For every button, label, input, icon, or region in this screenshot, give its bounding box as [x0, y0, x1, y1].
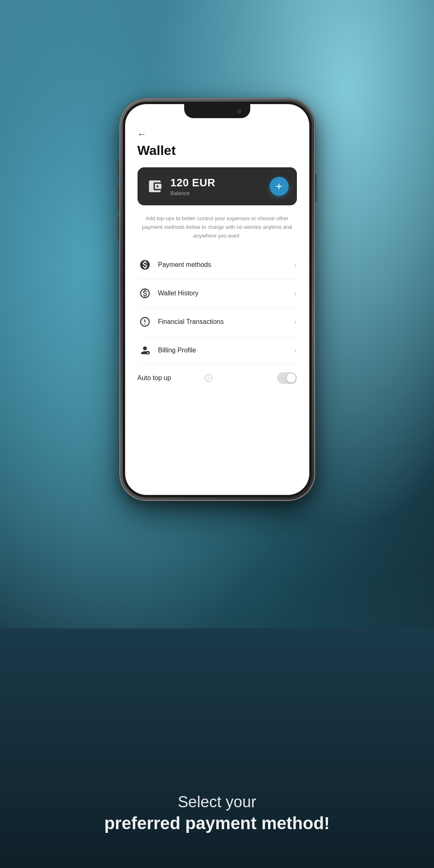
toggle-knob — [287, 373, 296, 383]
svg-text:$: $ — [147, 352, 149, 355]
phone-device: ← Wallet 120 EUR Balance — [120, 99, 314, 500]
payment-methods-label: Payment methods — [158, 261, 294, 269]
add-funds-button[interactable]: + — [270, 177, 289, 196]
menu-list: Payment methods › Wallet History › — [138, 251, 297, 365]
wallet-history-icon — [138, 286, 152, 301]
financial-transactions-icon — [138, 314, 152, 329]
phone-frame: ← Wallet 120 EUR Balance — [120, 99, 314, 500]
phone-camera — [237, 109, 241, 113]
financial-transactions-label: Financial Transactions — [158, 318, 294, 326]
bottom-text-line2: preferred payment method! — [104, 812, 330, 835]
auto-topup-label: Auto top up — [138, 374, 202, 382]
wallet-card-icon — [146, 177, 164, 195]
menu-item-financial-transactions[interactable]: Financial Transactions › — [138, 308, 297, 336]
auto-topup-info-icon[interactable]: i — [205, 374, 212, 382]
financial-transactions-chevron: › — [294, 318, 297, 326]
page-title: Wallet — [138, 143, 297, 158]
description-text: Add top-ups to better control your expen… — [138, 214, 297, 240]
balance-info: 120 EUR Balance — [171, 176, 216, 196]
menu-item-billing-profile[interactable]: $ Billing Profile › — [138, 336, 297, 365]
back-button[interactable]: ← — [138, 129, 297, 140]
menu-item-payment-methods[interactable]: Payment methods › — [138, 251, 297, 279]
auto-topup-toggle[interactable] — [277, 372, 297, 384]
auto-topup-row: Auto top up i — [138, 365, 297, 391]
billing-profile-label: Billing Profile — [158, 347, 294, 354]
phone-notch — [184, 104, 250, 118]
wallet-history-chevron: › — [294, 289, 297, 298]
balance-card: 120 EUR Balance + — [138, 167, 297, 205]
billing-profile-icon: $ — [138, 343, 152, 358]
phone-screen: ← Wallet 120 EUR Balance — [125, 104, 309, 495]
billing-profile-chevron: › — [294, 346, 297, 355]
bottom-text-line1: Select your — [178, 792, 256, 812]
wallet-history-label: Wallet History — [158, 290, 294, 297]
payment-methods-chevron: › — [294, 261, 297, 269]
phone-power-button — [314, 174, 316, 202]
balance-left: 120 EUR Balance — [146, 176, 216, 196]
menu-item-wallet-history[interactable]: Wallet History › — [138, 279, 297, 308]
payment-methods-icon — [138, 257, 152, 272]
balance-label: Balance — [171, 190, 216, 196]
balance-amount: 120 EUR — [171, 176, 216, 189]
screen-content: ← Wallet 120 EUR Balance — [125, 104, 309, 495]
bottom-section: Select your preferred payment method! — [0, 628, 434, 868]
